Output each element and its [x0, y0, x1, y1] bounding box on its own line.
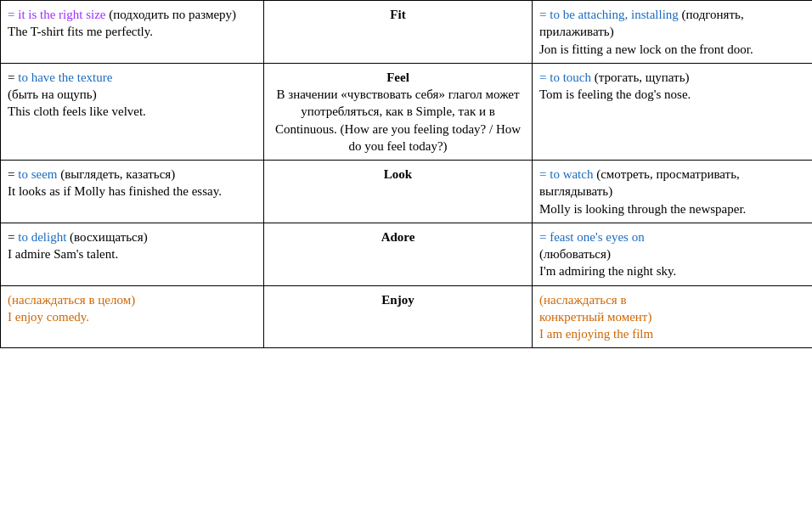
text-adore-eq: =: [8, 230, 18, 244]
text-feel-touch: = to touch: [539, 70, 591, 84]
cell-adore-col2: Adore: [264, 223, 533, 285]
table-row: = to have the texture (быть на ощупь)Thi…: [1, 63, 813, 160]
text-fit-blue: = to be attaching, installing: [539, 8, 679, 21]
cell-fit-col3: = to be attaching, installing (подгонять…: [533, 1, 813, 64]
text-feel-note: В значении «чувствовать себя» глагол мож…: [275, 87, 521, 153]
cell-feel-col1: = to have the texture (быть на ощупь)Thi…: [1, 63, 264, 160]
text-look-blue: to seem: [18, 167, 57, 181]
text-adore-blue: to delight: [18, 230, 66, 244]
word-fit: Fit: [390, 8, 405, 21]
text-adore-feast: = feast one's eyes on: [539, 230, 645, 244]
word-adore: Adore: [381, 230, 415, 244]
cell-look-col3: = to watch (смотреть, просматривать, выг…: [533, 161, 813, 223]
word-enjoy: Enjoy: [381, 293, 414, 307]
text-look-watch: = to watch: [539, 167, 593, 181]
cell-fit-col1: = it is the right size (подходить по раз…: [1, 1, 264, 64]
cell-fit-col2: Fit: [264, 1, 533, 64]
cell-feel-col3: = to touch (трогать, щупать)Tom is feeli…: [533, 63, 813, 160]
table-row: = to delight (восхищаться)I admire Sam's…: [1, 223, 813, 285]
cell-look-col1: = to seem (выглядеть, казаться)It looks …: [1, 161, 264, 223]
cell-enjoy-col2: Enjoy: [264, 285, 533, 348]
table-row: (наслаждаться в целом)I enjoy comedy. En…: [1, 285, 813, 348]
cell-adore-col1: = to delight (восхищаться)I admire Sam's…: [1, 223, 264, 285]
cell-look-col2: Look: [264, 161, 533, 223]
cell-adore-col3: = feast one's eyes on (любоваться)I'm ad…: [533, 223, 813, 285]
text-feel-eq: =: [8, 70, 18, 84]
word-feel: Feel: [386, 70, 409, 84]
table-row: = to seem (выглядеть, казаться)It looks …: [1, 161, 813, 223]
word-look: Look: [384, 167, 412, 181]
cell-enjoy-col1: (наслаждаться в целом)I enjoy comedy.: [1, 285, 264, 348]
table-row: = it is the right size (подходить по раз…: [1, 1, 813, 64]
text-feel-normal: (быть на ощупь)This cloth feels like vel…: [8, 87, 146, 118]
text-enjoy-col3: (наслаждаться вконкретный момент)I am en…: [539, 293, 653, 341]
main-table: = it is the right size (подходить по раз…: [0, 0, 812, 348]
text-enjoy-col1: (наслаждаться в целом)I enjoy comedy.: [8, 293, 135, 324]
cell-enjoy-col3: (наслаждаться вконкретный момент)I am en…: [533, 285, 813, 348]
cell-feel-col2: Feel В значении «чувствовать себя» глаго…: [264, 63, 533, 160]
text-feel-blue: to have the texture: [18, 70, 112, 84]
text-adore-col3-normal: (любоваться)I'm admiring the night sky.: [539, 247, 676, 278]
text-look-eq: =: [8, 167, 18, 181]
text-fit-purple: = it is the right size: [8, 8, 106, 21]
